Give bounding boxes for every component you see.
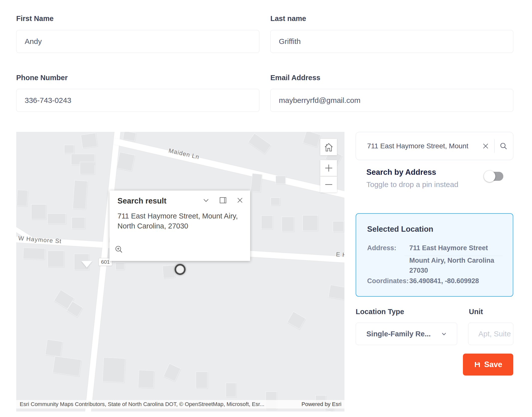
popup-dock-button[interactable] xyxy=(219,196,227,205)
zoom-out-button[interactable] xyxy=(320,176,337,193)
popup-close-button[interactable] xyxy=(236,196,244,205)
first-name-label: First Name xyxy=(16,14,54,23)
search-result-popup: Search result 711 Eas xyxy=(109,191,250,261)
search-by-address-title: Search by Address xyxy=(366,168,436,177)
address-search-box xyxy=(356,132,513,160)
zoom-in-button[interactable] xyxy=(320,160,337,176)
address-divider xyxy=(404,256,503,256)
last-name-field[interactable] xyxy=(270,30,513,53)
home-icon xyxy=(323,142,334,153)
selected-location-title: Selected Location xyxy=(367,225,433,234)
powered-by-esri: Powered by Esri xyxy=(294,400,341,409)
address-line1: 711 East Haymore Street xyxy=(409,244,488,252)
search-by-address-subtitle: Toggle to drop a pin instead xyxy=(366,180,458,189)
save-button-label: Save xyxy=(484,360,502,369)
toggle-knob xyxy=(484,171,495,182)
save-disk-icon xyxy=(474,361,481,368)
location-type-label: Location Type xyxy=(356,308,404,316)
home-button[interactable] xyxy=(320,139,337,155)
chevron-down-icon xyxy=(440,330,447,337)
email-label: Email Address xyxy=(270,74,320,82)
address-line3: 27030 xyxy=(409,267,428,274)
popup-title: Search result xyxy=(117,197,166,206)
map-canvas[interactable]: Maiden LnW Haymore StE Haymore St 601 Se… xyxy=(16,132,344,412)
street-label: Maiden Ln xyxy=(168,147,200,161)
street-label: E Haymore St xyxy=(336,251,344,261)
search-divider xyxy=(494,139,495,153)
address-line2: Mount Airy, North Carolina xyxy=(409,257,494,264)
close-icon xyxy=(236,196,244,205)
location-type-select[interactable]: Single-Family Re... xyxy=(356,323,457,345)
popup-address-text: 711 East Haymore Street, Mount Airy, Nor… xyxy=(117,211,242,231)
dock-icon xyxy=(219,196,227,205)
location-pin[interactable] xyxy=(175,264,186,275)
street-label: W Haymore St xyxy=(18,235,62,245)
phone-field[interactable] xyxy=(16,89,259,112)
phone-label: Phone Number xyxy=(16,74,68,82)
zoom-to-result-button[interactable] xyxy=(114,245,123,254)
first-name-field[interactable] xyxy=(16,30,259,53)
clear-search-icon[interactable] xyxy=(482,142,489,150)
popup-collapse-button[interactable] xyxy=(202,196,210,205)
selected-location-card: Selected Location Address: 711 East Haym… xyxy=(356,213,513,297)
last-name-label: Last name xyxy=(270,14,306,23)
unit-label: Unit xyxy=(469,308,483,316)
minus-icon xyxy=(324,180,334,190)
map-attribution: Esri Community Maps Contributors, State … xyxy=(16,400,344,409)
address-label: Address: xyxy=(367,244,396,252)
location-type-value: Single-Family Re... xyxy=(366,330,440,338)
address-search-input[interactable] xyxy=(367,132,477,160)
email-field[interactable] xyxy=(270,89,513,112)
unit-field[interactable] xyxy=(468,323,513,345)
popup-pointer xyxy=(81,261,92,268)
coordinates-value: 36.490841, -80.609928 xyxy=(409,277,479,285)
plus-icon xyxy=(324,163,334,173)
page: First Name Last name Phone Number Email … xyxy=(0,0,532,417)
search-icon[interactable] xyxy=(500,142,508,150)
attribution-text: Esri Community Maps Contributors, State … xyxy=(20,400,264,409)
save-button[interactable]: Save xyxy=(463,354,513,376)
chevron-down-icon xyxy=(202,196,210,205)
drop-pin-toggle[interactable] xyxy=(485,172,503,181)
coordinates-label: Coordinates: xyxy=(367,277,409,285)
magnifier-plus-icon xyxy=(114,245,123,254)
